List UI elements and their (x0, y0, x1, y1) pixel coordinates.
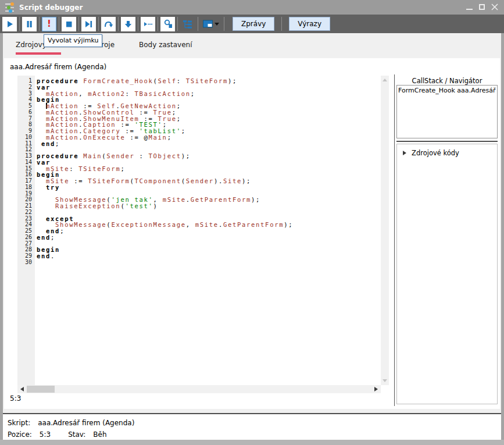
toolbar-separator (19, 17, 20, 31)
evaluate-button[interactable] (160, 17, 175, 31)
code-line[interactable]: mSite := TSiteForm(TComponent(Sender).Si… (37, 178, 381, 184)
line-numbers: 1234567891011121314151617181920212223242… (17, 76, 35, 385)
toolbar-separator (39, 17, 40, 31)
step-out-button[interactable] (121, 17, 135, 31)
panel-splitter[interactable] (396, 141, 498, 142)
caret-position: 5:3 (10, 394, 21, 403)
toolbar-separator (198, 17, 198, 31)
callstack-header: CallStack / Navigátor (396, 77, 498, 85)
close-icon[interactable] (491, 3, 498, 10)
code-line[interactable]: begin (37, 247, 381, 253)
callstack-list[interactable]: FormCreate_Hook aaa.Adresář fire (396, 85, 498, 138)
step-next-button[interactable] (81, 17, 96, 31)
toolbar-separator (177, 17, 178, 31)
step-next-icon (84, 20, 93, 29)
toolbar-separator (98, 17, 99, 31)
script-value: aaa.Adresář firem (Agenda) (38, 418, 134, 429)
code-line[interactable]: mAction.OnExecute := @Main; (37, 134, 381, 141)
window-frame-right (501, 33, 504, 445)
callstack-tree-button[interactable] (180, 17, 195, 31)
scroll-up-icon[interactable] (383, 79, 387, 81)
tree-node-zdrojove-kody[interactable]: Zdrojové kódy (397, 144, 497, 157)
chevron-down-icon (215, 23, 219, 26)
toolbar-separator (138, 17, 138, 31)
title-bar: Script debugger (0, 0, 504, 15)
position-value: 5:3 (40, 429, 51, 441)
panel-select-button[interactable] (201, 17, 221, 31)
tree-node-label: Zdrojové kódy (412, 149, 459, 157)
toolbar-separator (118, 17, 119, 31)
code-line[interactable]: procedure FormCreate_Hook(Self: TSiteFor… (37, 78, 381, 84)
code-line[interactable]: mSite: TSiteForm; (37, 166, 381, 172)
code-line[interactable]: end. (37, 253, 381, 259)
run-to-cursor-icon (143, 20, 153, 29)
code-line[interactable]: end; (37, 141, 381, 147)
step-over-icon (103, 20, 113, 29)
panel-divider (394, 74, 395, 406)
source-tree[interactable]: Zdrojové kódy (396, 144, 498, 404)
scroll-right-icon[interactable] (374, 387, 378, 391)
toolbar-separator (78, 17, 79, 31)
callstack-panel: CallStack / Navigátor FormCreate_Hook aa… (396, 74, 498, 406)
raise-exception-button[interactable]: ! (42, 17, 56, 31)
toolbar-separator (59, 17, 59, 31)
vertical-scrollbar[interactable] (381, 76, 389, 385)
toolbar-separator (158, 17, 158, 31)
tree-list-icon (183, 19, 193, 29)
code-line[interactable]: RaiseException('test') (37, 203, 381, 209)
window-frame-bottom (0, 440, 504, 445)
app-icon (5, 3, 15, 12)
tooltip-vyvolat-vyjimku: Vyvolat výjimku (44, 34, 102, 47)
panel-icon (203, 20, 213, 28)
expressions-button[interactable]: Výrazy (289, 17, 330, 31)
code-line[interactable]: end; (37, 234, 381, 241)
messages-button[interactable]: Zprávy (233, 17, 274, 31)
step-over-button[interactable] (101, 17, 116, 31)
stop-icon (65, 20, 73, 29)
code-line[interactable]: ShowMessage(ExceptionMessage, mSite.GetP… (37, 222, 381, 228)
code-lines[interactable]: procedure FormCreate_Hook(Self: TSiteFor… (35, 76, 381, 385)
scroll-down-icon[interactable] (383, 379, 387, 382)
stop-button[interactable] (62, 17, 76, 31)
callstack-item[interactable]: FormCreate_Hook aaa.Adresář fire (397, 86, 497, 95)
pause-button[interactable] (22, 17, 37, 31)
toolbar-separator (224, 17, 224, 31)
maximize-icon[interactable] (479, 4, 485, 10)
state-label: Stav: (68, 429, 85, 441)
pause-icon (25, 20, 34, 29)
magnifier-icon (163, 19, 173, 29)
position-label: Pozice: (8, 429, 32, 441)
code-line[interactable] (37, 259, 381, 266)
code-editor[interactable]: 1234567891011121314151617181920212223242… (17, 76, 381, 385)
window-title: Script debugger (19, 3, 83, 12)
status-bar: Skript: aaa.Adresář firem (Agenda) Pozic… (0, 413, 504, 440)
scrollbar-thumb[interactable] (27, 386, 55, 393)
run-to-cursor-button[interactable] (141, 17, 155, 31)
tab-body-zastaveni[interactable]: Body zastavení (139, 41, 192, 55)
code-line[interactable]: end; (37, 228, 381, 234)
exclamation-icon: ! (47, 20, 51, 29)
script-title: aaa.Adresář firem (Agenda) (10, 63, 106, 71)
code-line[interactable] (37, 209, 381, 216)
toolbar-separator (281, 17, 282, 31)
play-icon (5, 20, 14, 29)
debug-toolbar: ! (0, 15, 504, 33)
scroll-left-icon[interactable] (20, 387, 24, 391)
horizontal-scrollbar[interactable] (17, 385, 381, 393)
run-button[interactable] (2, 17, 17, 31)
minimize-icon[interactable] (466, 9, 473, 10)
arrow-down-icon (124, 20, 133, 29)
window-frame-left (0, 33, 3, 445)
code-line[interactable]: mAction, mAction2: TBasicAction; (37, 91, 381, 97)
state-value: Běh (93, 429, 106, 441)
expand-arrow-icon[interactable] (403, 151, 406, 155)
script-label: Skript: (8, 418, 30, 429)
code-line[interactable] (37, 241, 381, 247)
main-panel: aaa.Adresář firem (Agenda) 1234567891011… (4, 58, 500, 409)
code-line[interactable]: try (37, 184, 381, 191)
code-line[interactable]: procedure Main(Sender : TObject); (37, 153, 381, 159)
